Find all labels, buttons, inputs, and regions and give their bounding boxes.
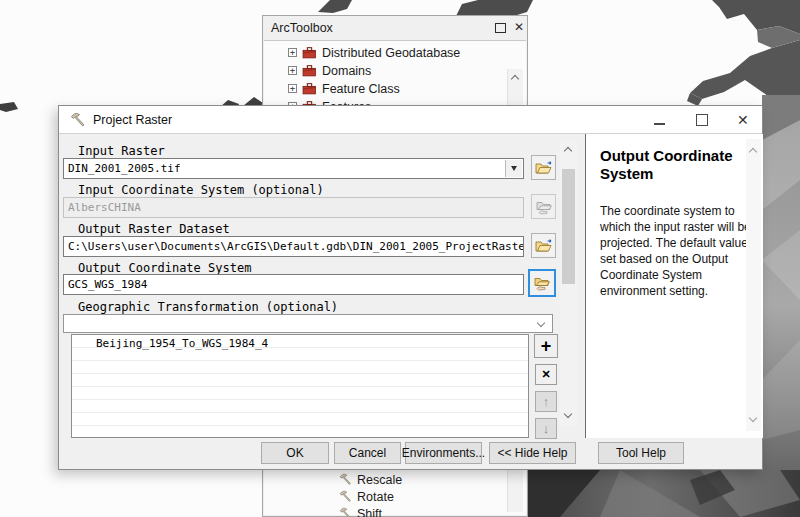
- scroll-up-icon[interactable]: [748, 148, 756, 156]
- dropdown-button[interactable]: [505, 160, 522, 177]
- project-raster-dialog: Project Raster ✕ Input Raster DIN_2001_2…: [58, 105, 763, 470]
- remove-transformation-button[interactable]: ✕: [535, 364, 557, 385]
- help-heading: Output Coordinate System: [600, 147, 750, 183]
- tree-item-label: Rotate: [357, 490, 394, 504]
- tree-item-label: Distributed Geodatabase: [322, 46, 460, 60]
- tree-item-feature-class[interactable]: + Feature Class: [288, 80, 400, 97]
- hide-help-button[interactable]: << Hide Help: [489, 442, 576, 464]
- input-raster-label: Input Raster: [78, 144, 165, 158]
- scroll-up-icon[interactable]: [563, 147, 571, 155]
- list-item[interactable]: Beijing_1954_To_WGS_1984_4: [96, 337, 268, 350]
- output-coordinate-system-label: Output Coordinate System: [78, 261, 251, 275]
- toolbox-icon: [302, 82, 317, 95]
- tool-hammer-icon: [339, 507, 352, 517]
- help-scrollbar[interactable]: [746, 139, 761, 431]
- tool-hammer-icon: [339, 490, 352, 503]
- move-up-button[interactable]: ↑: [535, 391, 557, 412]
- scroll-up-icon[interactable]: [510, 75, 518, 83]
- tool-hammer-icon: [339, 473, 352, 486]
- input-coordinate-system-label: Input Coordinate System (optional): [78, 183, 324, 197]
- scroll-down-icon[interactable]: [563, 410, 571, 418]
- output-coordinate-system-value: GCS_WGS_1984: [68, 278, 147, 291]
- help-panel: Output Coordinate System The coordinate …: [585, 134, 763, 438]
- move-down-button[interactable]: ↓: [535, 418, 557, 439]
- tree-item-label: Domains: [322, 64, 371, 78]
- ok-button[interactable]: OK: [261, 442, 329, 464]
- browse-output-dataset-button[interactable]: [531, 233, 556, 258]
- arrow-up-icon: ↑: [543, 394, 550, 409]
- arctoolbox-title: ArcToolbox: [263, 16, 527, 40]
- output-coordinate-system-field[interactable]: GCS_WGS_1984: [63, 274, 524, 295]
- cancel-button[interactable]: Cancel: [334, 442, 401, 464]
- tree-item-shift[interactable]: Shift: [339, 505, 382, 517]
- form-scrollbar[interactable]: [560, 139, 577, 426]
- toolbox-icon: [302, 46, 317, 59]
- maximize-icon[interactable]: [696, 114, 708, 126]
- toolbox-icon: [302, 64, 317, 77]
- tree-item-label: Shift: [357, 507, 382, 517]
- output-raster-dataset-field[interactable]: C:\Users\user\Documents\ArcGIS\Default.g…: [63, 236, 524, 257]
- environments-button[interactable]: Environments...: [405, 442, 482, 464]
- expand-plus-icon[interactable]: +: [288, 48, 297, 57]
- input-coordinate-system-field: AlbersCHINA: [63, 197, 524, 218]
- output-raster-dataset-label: Output Raster Dataset: [78, 222, 230, 236]
- tool-help-button[interactable]: Tool Help: [598, 442, 684, 464]
- folder-hand-icon: [533, 275, 551, 291]
- input-coordinate-system-value: AlbersCHINA: [68, 201, 141, 214]
- plus-icon: +: [541, 336, 552, 357]
- output-raster-dataset-value: C:\Users\user\Documents\ArcGIS\Default.g…: [68, 240, 524, 253]
- folder-hand-icon: [535, 199, 553, 215]
- dialog-titlebar[interactable]: Project Raster: [59, 106, 762, 134]
- tree-item-label: Rescale: [357, 473, 402, 487]
- dropdown-arrow-icon: [511, 166, 517, 171]
- folder-open-icon: [535, 160, 553, 176]
- hammer-icon: [70, 112, 86, 128]
- geographic-transformation-combobox[interactable]: [63, 314, 553, 333]
- output-coordinate-system-properties-button[interactable]: [528, 269, 556, 297]
- scroll-down-icon[interactable]: [748, 414, 756, 422]
- tree-item-domains[interactable]: + Domains: [288, 62, 371, 79]
- tree-item-label: Feature Class: [322, 82, 400, 96]
- dialog-title: Project Raster: [93, 113, 172, 127]
- browse-input-raster-button[interactable]: [531, 155, 556, 180]
- folder-open-icon: [535, 238, 553, 254]
- chevron-down-icon: [537, 319, 545, 327]
- tree-item-rescale[interactable]: Rescale: [339, 471, 402, 488]
- geographic-transformation-label: Geographic Transformation (optional): [78, 300, 338, 314]
- minimize-icon[interactable]: [654, 123, 665, 125]
- help-body: The coordinate system to which the input…: [600, 203, 760, 299]
- tree-item-distributed-geodatabase[interactable]: + Distributed Geodatabase: [288, 44, 460, 61]
- input-raster-value: DIN_2001_2005.tif: [68, 162, 181, 175]
- expand-plus-icon[interactable]: +: [288, 84, 297, 93]
- arrow-down-icon: ↓: [543, 421, 550, 436]
- tree-item-rotate[interactable]: Rotate: [339, 488, 394, 505]
- screen: ArcToolbox ✕ + Distributed Geodatabase +…: [0, 0, 800, 517]
- x-icon: ✕: [541, 368, 550, 381]
- transformation-list[interactable]: Beijing_1954_To_WGS_1984_4: [71, 334, 529, 438]
- scrollbar-thumb[interactable]: [562, 169, 575, 284]
- float-window-icon[interactable]: [495, 23, 506, 33]
- input-raster-combobox[interactable]: DIN_2001_2005.tif: [63, 158, 524, 179]
- add-transformation-button[interactable]: +: [534, 334, 558, 358]
- input-coordinate-system-properties-button[interactable]: [531, 194, 556, 219]
- expand-plus-icon[interactable]: +: [288, 66, 297, 75]
- close-icon[interactable]: ✕: [737, 111, 749, 129]
- close-icon[interactable]: ✕: [514, 20, 524, 34]
